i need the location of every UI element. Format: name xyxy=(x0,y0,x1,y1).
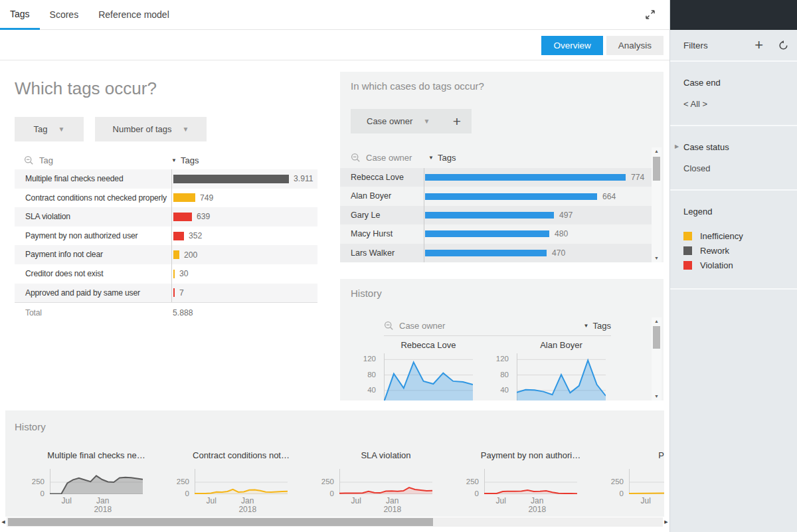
tag-value: 30 xyxy=(179,269,189,278)
case-owner-column-label[interactable]: Case owner xyxy=(399,321,445,331)
tags-dropdown-row: Tag ▼ Number of tags ▼ xyxy=(15,117,207,141)
horizontal-scrollbar[interactable]: ◀ ▶ xyxy=(0,517,669,527)
case-owner-column-label[interactable]: Case owner xyxy=(366,153,412,163)
chart-title: Rebecca Love xyxy=(384,340,473,353)
tag-bar[interactable] xyxy=(173,193,195,202)
tags-count-column-header[interactable]: ▼ Tags xyxy=(584,321,611,331)
case-bar[interactable] xyxy=(425,193,597,200)
scrollbar-thumb[interactable] xyxy=(8,518,433,526)
scrollbar-thumb[interactable] xyxy=(653,326,660,349)
legend-swatch xyxy=(683,261,692,270)
table-row[interactable]: Alan Boyer664 xyxy=(340,187,654,205)
tab-reference-model[interactable]: Reference model xyxy=(88,0,179,30)
legend-item: Rework xyxy=(683,243,784,258)
sort-desc-icon: ▼ xyxy=(428,155,434,161)
tag-bar[interactable] xyxy=(173,270,175,278)
add-dimension-icon[interactable]: + xyxy=(453,115,461,128)
mini-area-chart[interactable] xyxy=(339,465,432,494)
filter-value[interactable]: Closed xyxy=(683,163,784,173)
tab-tags[interactable]: Tags xyxy=(0,0,40,30)
tag-dropdown-label: Tag xyxy=(34,124,48,134)
tag-bar[interactable] xyxy=(173,213,192,221)
tags-table: Tag ▼ Tags Multiple final checks needed3… xyxy=(15,151,317,323)
mini-area-chart[interactable] xyxy=(484,465,577,494)
tags-column-label: Tags xyxy=(438,153,456,163)
table-row[interactable]: Rebecca Love774 xyxy=(340,168,654,187)
scroll-down-icon[interactable]: ▼ xyxy=(652,393,662,400)
tag-history-chart[interactable]: Contract conditions not…2500JulJan2018 xyxy=(167,450,311,515)
filter-heading: Case status xyxy=(683,142,784,152)
table-row[interactable]: Multiple final checks needed3.911 xyxy=(15,169,317,189)
expand-section-icon[interactable]: ▶ xyxy=(675,143,679,149)
case-owner-label: Gary Le xyxy=(340,206,424,224)
history-panel-title: History xyxy=(351,288,382,299)
table-row[interactable]: Lars Walker470 xyxy=(340,244,654,262)
x-axis-ticks: JulJan xyxy=(50,494,143,505)
tag-bar[interactable] xyxy=(173,232,184,240)
legend-label: Rework xyxy=(700,246,729,256)
tag-history-chart[interactable]: Multiple final checks ne…2500JulJan2018 xyxy=(22,450,167,515)
tag-label: SLA violation xyxy=(15,207,171,226)
tag-history-chart[interactable]: Payment2500JulJan2018 xyxy=(601,450,664,515)
table-row[interactable]: Creditor does not exist30 xyxy=(15,264,317,284)
mini-area-chart[interactable] xyxy=(50,465,143,494)
tag-value: 3.911 xyxy=(294,174,313,183)
analysis-button[interactable]: Analysis xyxy=(606,36,664,55)
table-row[interactable]: SLA violation639 xyxy=(15,207,317,226)
filter-value[interactable]: < All > xyxy=(683,99,784,109)
scrollbar-track[interactable] xyxy=(7,517,663,527)
add-filter-icon[interactable]: + xyxy=(754,39,763,52)
table-row[interactable]: Contract conditions not checked properly… xyxy=(15,189,317,208)
mini-area-chart[interactable] xyxy=(629,465,664,494)
cases-scrollbar[interactable]: ▲ ▼ xyxy=(652,147,662,262)
tag-label: Payment by non authorized user xyxy=(15,226,171,246)
tag-bar[interactable] xyxy=(173,288,175,297)
tag-dropdown[interactable]: Tag ▼ xyxy=(15,117,84,141)
mini-area-chart[interactable] xyxy=(195,465,288,494)
case-history-chart[interactable]: Alan Boyer1208040 xyxy=(491,340,606,400)
legend-item: Inefficiency xyxy=(683,228,784,243)
table-row[interactable]: Payment by non authorized user352 xyxy=(15,226,317,246)
legend-label: Violation xyxy=(700,260,733,270)
tag-history-chart[interactable]: SLA violation2500JulJan2018 xyxy=(311,450,456,515)
case-bar[interactable] xyxy=(425,230,549,237)
tab-scores[interactable]: Scores xyxy=(40,0,89,30)
case-owner-dropdown[interactable]: Case owner ▼ + xyxy=(351,109,472,133)
scrollbar-thumb[interactable] xyxy=(653,157,660,181)
y-axis-ticks: 2500 xyxy=(601,464,629,494)
case-bar[interactable] xyxy=(425,212,554,219)
y-axis-ticks: 2500 xyxy=(22,464,50,494)
case-value: 480 xyxy=(555,229,568,238)
overview-button[interactable]: Overview xyxy=(541,36,602,55)
number-of-tags-dropdown[interactable]: Number of tags ▼ xyxy=(95,117,207,141)
chart-title: SLA violation xyxy=(339,450,432,464)
table-row[interactable]: Payment info not clear200 xyxy=(15,245,317,264)
tab-bar: Tags Scores Reference model xyxy=(0,0,669,30)
table-row[interactable]: Gary Le497 xyxy=(340,206,654,224)
history-scrollbar[interactable]: ▲ ▼ xyxy=(652,317,662,400)
tags-count-column-header[interactable]: ▼ Tags xyxy=(171,155,199,165)
reset-filters-icon[interactable] xyxy=(778,40,789,51)
scroll-up-icon[interactable]: ▲ xyxy=(652,147,662,155)
tag-bar[interactable] xyxy=(173,175,289,183)
scroll-up-icon[interactable]: ▲ xyxy=(652,317,662,325)
expand-icon[interactable] xyxy=(644,9,656,21)
search-icon xyxy=(24,155,34,165)
filter-case-end[interactable]: Case end < All > xyxy=(670,62,797,126)
case-bar[interactable] xyxy=(425,174,626,181)
scroll-left-icon[interactable]: ◀ xyxy=(0,519,7,525)
filter-case-status[interactable]: ▶ Case status Closed xyxy=(670,126,797,191)
mini-area-chart[interactable] xyxy=(384,353,473,400)
tag-bar[interactable] xyxy=(173,250,179,259)
search-icon xyxy=(384,321,394,331)
tags-count-column-header[interactable]: ▼ Tags xyxy=(428,153,456,163)
case-history-chart[interactable]: Rebecca Love1208040 xyxy=(359,340,473,400)
scroll-down-icon[interactable]: ▼ xyxy=(652,254,662,262)
case-bar[interactable] xyxy=(425,250,547,256)
scroll-right-icon[interactable]: ▶ xyxy=(663,519,669,525)
table-row[interactable]: Macy Hurst480 xyxy=(340,224,654,243)
tag-history-chart[interactable]: Payment by non authori…2500JulJan2018 xyxy=(456,450,601,515)
mini-area-chart[interactable] xyxy=(517,353,606,400)
table-row[interactable]: Approved and paid by same user7 xyxy=(15,284,317,303)
tag-column-header[interactable]: Tag xyxy=(15,155,171,165)
